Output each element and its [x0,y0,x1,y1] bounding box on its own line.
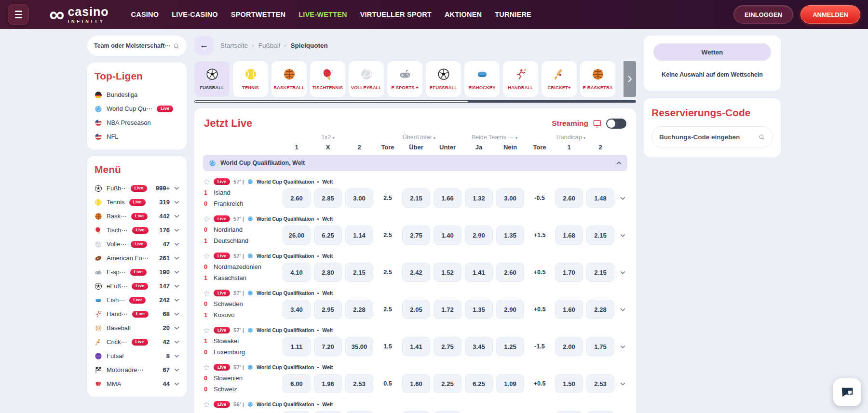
top-league-item[interactable]: World Cup Qu⋯Live [95,102,179,116]
favorite-star-icon[interactable] [203,215,210,223]
nav-item-live-wetten[interactable]: LIVE-WETTEN [298,11,347,18]
odds-button[interactable]: 1.35 [496,226,524,245]
sidebar-sport-item[interactable]: Tisch⋯Live176 [95,223,179,237]
sidebar-sport-item[interactable]: Volle⋯Live47 [95,237,179,251]
match-teams[interactable]: 0Schweden1Kosovo [203,300,279,319]
match-teams[interactable]: 0Nordirland1Deutschland [203,226,279,244]
chevron-down-icon[interactable] [174,326,179,330]
odds-button[interactable]: 3.40 [283,300,311,319]
market-group-over-under[interactable]: Über/Unter▾ [377,134,461,141]
expand-match-chevron[interactable] [618,345,627,348]
sidebar-sport-item[interactable]: American Fo⋯261 [95,251,179,265]
top-league-item[interactable]: Bundesliga [95,88,179,102]
favorite-star-icon[interactable] [203,290,210,297]
odds-button[interactable]: 1.96 [314,374,342,393]
tab-basketball[interactable]: BASKETBALL [271,61,307,97]
chevron-down-icon[interactable] [174,214,179,218]
top-league-item[interactable]: NBA Preseason [95,116,179,130]
odds-button[interactable]: 2.15 [586,226,614,245]
odds-button[interactable]: 2.20 [586,411,614,413]
booking-code-field[interactable] [651,126,773,147]
sidebar-sport-item[interactable]: Crick⋯Live42 [95,335,179,349]
odds-button[interactable]: 1.66 [434,188,461,208]
tab-volleyball[interactable]: VOLLEYBALL [349,61,384,97]
odds-button[interactable]: 3.45 [465,337,493,356]
odds-button[interactable]: 1.72 [434,300,461,319]
top-league-item[interactable]: NFL [95,130,179,144]
odds-button[interactable]: 2.75 [402,226,430,245]
odds-button[interactable]: 2.15 [402,188,430,208]
odds-button[interactable]: 2.15 [345,263,373,282]
odds-button[interactable]: 2.80 [314,263,342,282]
odds-button[interactable]: 1.64 [283,411,311,413]
odds-button[interactable]: 2.85 [314,188,342,208]
nav-item-sportwetten[interactable]: SPORTWETTEN [231,11,285,18]
sidebar-sport-item[interactable]: TennisLive319 [95,195,179,209]
odds-button[interactable]: 2.15 [586,263,614,282]
sidebar-sport-item[interactable]: Eish⋯Live242 [95,293,179,307]
tab-e-basketba[interactable]: E-BASKETBA [580,61,615,97]
chevron-down-icon[interactable] [174,354,179,358]
odds-button[interactable]: 2.25 [434,374,461,393]
chevron-down-icon[interactable] [174,270,179,274]
tab-cricket-[interactable]: CRICKET+ [542,61,577,97]
tabs-scrollbar[interactable] [194,100,636,103]
odds-button[interactable]: 6.25 [465,374,493,393]
market-group-1x2[interactable]: 1x2▾ [283,134,373,141]
sidebar-sport-item[interactable]: MMA44 [95,377,179,391]
breadcrumb-item[interactable]: Startseite [220,42,248,49]
odds-button[interactable]: 7.20 [314,337,342,356]
odds-button[interactable]: 2.00 [555,337,583,356]
odds-button[interactable]: 4.10 [283,263,311,282]
match-teams[interactable]: 0Nordmazedonien1Kasachstan [203,263,279,281]
breadcrumb-item[interactable]: Fußball [258,42,280,49]
odds-button[interactable]: 2.28 [345,300,373,319]
live-chat-button[interactable] [833,378,861,406]
odds-button[interactable]: 2.53 [586,374,614,393]
odds-button[interactable]: 3.00 [345,188,373,208]
odds-button[interactable]: 1.11 [283,337,311,356]
odds-button[interactable]: 1.48 [586,188,614,208]
chevron-up-icon[interactable] [616,161,622,165]
tab-eishockey[interactable]: EISHOCKEY [464,61,500,97]
expand-match-chevron[interactable] [618,382,627,386]
odds-button[interactable]: 2.60 [496,263,524,282]
market-group-btts[interactable]: Beide Teams ⋯▾ [465,133,524,141]
search-input[interactable] [94,42,170,49]
odds-button[interactable]: 2.90 [496,300,524,319]
odds-button[interactable]: 1.60 [555,300,583,319]
odds-button[interactable]: 1.41 [402,337,430,356]
odds-button[interactable]: 1.14 [345,226,373,245]
odds-button[interactable]: 1.32 [465,188,493,208]
nav-item-casino[interactable]: CASINO [131,11,159,18]
streaming-toggle[interactable] [606,119,626,129]
odds-button[interactable]: 1.40 [434,226,461,245]
chevron-down-icon[interactable] [174,382,179,386]
sidebar-sport-item[interactable]: eFuß⋯Live147 [95,279,179,293]
sidebar-sport-item[interactable]: Futsal8 [95,349,179,363]
nav-item-virtueller-sport[interactable]: VIRTUELLER SPORT [360,11,432,18]
chevron-down-icon[interactable] [174,187,179,190]
odds-button[interactable]: 1.75 [586,337,614,356]
odds-button[interactable]: 1.68 [555,226,583,245]
tabs-scroll-right-button[interactable] [624,61,636,97]
odds-button[interactable]: 1.25 [496,337,524,356]
tabs-scrollbar-thumb[interactable] [194,100,468,103]
chevron-down-icon[interactable] [174,312,179,316]
odds-button[interactable]: 1.09 [496,374,524,393]
tab-e-sports-[interactable]: E-SPORTS + [387,61,422,97]
team-search[interactable] [87,36,187,56]
sidebar-sport-item[interactable]: Bask⋯Live442 [95,209,179,223]
odds-button[interactable]: 1.50 [555,374,583,393]
odds-button[interactable]: 2.75 [434,337,461,356]
sidebar-sport-item[interactable]: E-sp⋯Live190 [95,265,179,279]
chevron-down-icon[interactable] [174,368,179,372]
odds-button[interactable]: 12.00 [345,411,373,413]
chevron-down-icon[interactable] [174,256,179,260]
odds-button[interactable]: 2.05 [402,300,430,319]
favorite-star-icon[interactable] [203,178,210,186]
chevron-down-icon[interactable] [174,242,179,246]
odds-button[interactable]: 2.28 [586,300,614,319]
odds-button[interactable]: 1.60 [402,374,430,393]
odds-button[interactable]: 6.00 [283,374,311,393]
